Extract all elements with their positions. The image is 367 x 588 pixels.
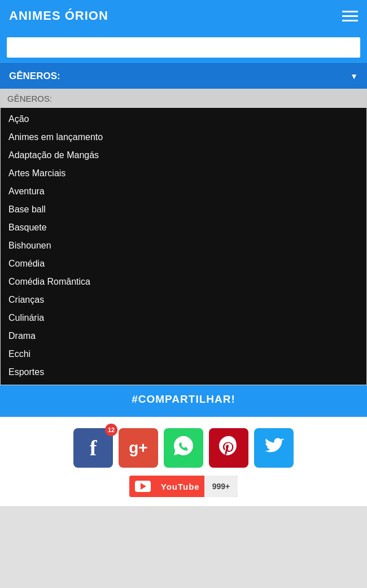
search-area	[0, 32, 367, 63]
app-title: ANIMES ÓRION	[9, 8, 108, 23]
compartilhar-section: #COMPARTILHAR!	[0, 385, 367, 417]
list-item[interactable]: Comédia	[1, 255, 366, 273]
youtube-count: 999+	[204, 476, 238, 497]
googleplus-button[interactable]: g+	[119, 428, 158, 468]
list-item[interactable]: Comédia Romântica	[1, 273, 366, 291]
list-item[interactable]: Basquete	[1, 219, 366, 237]
generos-list[interactable]: AçãoAnimes em lançamentoAdaptação de Man…	[1, 108, 366, 385]
youtube-icon-area	[129, 477, 156, 495]
pinterest-icon	[217, 434, 240, 462]
list-item[interactable]: Culinária	[1, 309, 366, 327]
list-item[interactable]: Crianças	[1, 291, 366, 309]
generos-trigger-label: GÊNEROS:	[9, 71, 60, 82]
youtube-button[interactable]: YouTube 999+	[129, 476, 238, 497]
facebook-badge: 12	[105, 424, 117, 436]
youtube-play-icon	[135, 481, 151, 492]
list-item[interactable]: Drama	[1, 327, 366, 345]
header: ANIMES ÓRION	[0, 0, 367, 32]
hamburger-menu-button[interactable]	[342, 11, 358, 21]
list-item[interactable]: Adaptação de Mangás	[1, 146, 366, 164]
list-item[interactable]: Bishounen	[1, 237, 366, 255]
facebook-icon: f	[90, 435, 97, 460]
compartilhar-title: #COMPARTILHAR!	[6, 393, 361, 406]
hamburger-line-2	[342, 15, 358, 17]
list-item[interactable]: Animes em lançamento	[1, 128, 366, 146]
pinterest-button[interactable]	[209, 428, 248, 468]
generos-list-container: GÊNEROS: AçãoAnimes em lançamentoAdaptaç…	[0, 89, 367, 385]
search-input[interactable]	[7, 37, 360, 58]
list-item[interactable]: Fantasia	[1, 381, 366, 385]
generos-list-header: GÊNEROS:	[1, 89, 366, 108]
generos-dropdown-trigger[interactable]: GÊNEROS: ▼	[0, 63, 367, 89]
list-item[interactable]: Artes Marciais	[1, 164, 366, 182]
hamburger-line-1	[342, 11, 358, 12]
hamburger-line-3	[342, 20, 358, 21]
facebook-button[interactable]: f 12	[73, 428, 113, 468]
whatsapp-icon	[172, 434, 195, 462]
twitter-button[interactable]	[254, 428, 294, 468]
social-buttons-row: f 12 g+	[73, 428, 294, 468]
youtube-label: YouTube	[156, 476, 204, 497]
googleplus-icon: g+	[129, 439, 147, 457]
twitter-icon	[263, 434, 285, 461]
list-item[interactable]: Ecchi	[1, 345, 366, 363]
list-item[interactable]: Esportes	[1, 363, 366, 381]
whatsapp-button[interactable]	[164, 428, 203, 468]
list-item[interactable]: Ação	[1, 110, 366, 128]
list-item[interactable]: Base ball	[1, 201, 366, 219]
social-area: f 12 g+	[0, 417, 367, 506]
list-item[interactable]: Aventura	[1, 182, 366, 201]
dropdown-arrow-icon: ▼	[350, 72, 358, 81]
